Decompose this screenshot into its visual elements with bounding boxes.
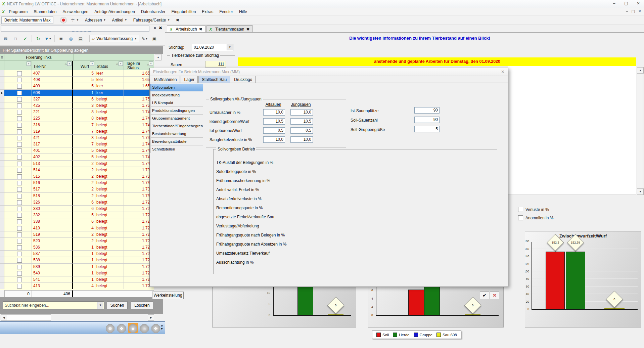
filter-icon[interactable]: ▼▼ — [44, 34, 52, 43]
cell-status[interactable]: belegt — [95, 270, 124, 276]
row-checkbox[interactable] — [17, 187, 22, 192]
cell-wurf[interactable]: 2 — [73, 231, 95, 238]
cell-wurf[interactable]: 2 — [73, 180, 95, 186]
cell-wurf[interactable]: 1 — [73, 251, 95, 257]
row-checkbox[interactable] — [17, 97, 22, 102]
cell-status[interactable]: belegt — [95, 109, 124, 115]
close-button[interactable]: ✕ — [635, 1, 642, 6]
cell-tier-nr[interactable]: 516 — [32, 180, 73, 186]
dialog-nav-item[interactable]: Gruppenmanagement — [150, 115, 203, 122]
refresh-icon[interactable]: ↻ — [34, 34, 43, 43]
pig-module-active[interactable]: ☻ — [128, 323, 138, 333]
mdi-restore-button[interactable]: ▢ — [631, 9, 635, 13]
table-row[interactable]: ▶ 514 2 belegt 1.735 — [0, 167, 154, 173]
cell-tier-nr[interactable]: 515 — [32, 173, 73, 180]
cell-tier-nr[interactable]: 225 — [32, 115, 73, 122]
cell-tier-nr[interactable]: 421 — [32, 135, 73, 141]
cell-wurf[interactable]: 2 — [73, 238, 95, 244]
cell-tier-nr[interactable]: 326 — [32, 199, 73, 206]
cell-tier-nr[interactable]: 513 — [32, 161, 73, 167]
scroll-right-icon[interactable]: ▶ — [148, 314, 154, 321]
dialog-nav-item[interactable]: Bestandsbewertung — [150, 130, 203, 138]
betrieb-selector[interactable]: Betrieb: Mustermann Max — [1, 16, 53, 24]
cell-status[interactable]: belegt — [95, 231, 124, 238]
altsauen-input[interactable]: 10,5 — [263, 118, 285, 125]
menu-item[interactable]: Eingabehilfen — [169, 9, 199, 15]
cell-status[interactable]: belegt — [95, 212, 124, 218]
table-row[interactable]: ▶ 332 5 belegt 1.728 — [0, 212, 154, 218]
cell-wurf[interactable]: 7 — [73, 122, 95, 128]
mdi-close-button[interactable]: ✕ — [638, 9, 641, 13]
cell-tier-nr[interactable]: 425 — [32, 102, 73, 109]
cell-status[interactable]: belegt — [95, 115, 124, 122]
table-row[interactable]: ▶ 410 4 belegt 1.728 — [0, 225, 154, 231]
dialog-nav-item[interactable]: Bewertungsattribute — [150, 138, 203, 145]
table-row[interactable]: ▶ 517 2 belegt 1.735 — [0, 186, 154, 192]
report-icon[interactable]: ▤ — [76, 34, 85, 43]
tier-nr-column-header[interactable]: Tier-Nr.△▼ — [32, 61, 73, 70]
dialog-nav-item[interactable]: Tierbestände//Eingabebegrenzungen — [150, 122, 203, 130]
row-checkbox[interactable] — [17, 84, 22, 89]
cell-tier-nr[interactable]: 401 — [32, 147, 73, 154]
row-checkbox[interactable] — [17, 123, 22, 128]
cell-tier-nr[interactable]: 536 — [32, 244, 73, 251]
row-checkbox[interactable] — [17, 200, 22, 205]
list-icon[interactable]: ≣ — [57, 34, 65, 43]
cell-status[interactable]: leer — [95, 77, 124, 83]
dialog-nav-item[interactable]: Sollvorgaben — [150, 84, 203, 91]
cell-status[interactable]: belegt — [95, 135, 124, 141]
field-module-icon[interactable]: ♒ — [140, 324, 149, 333]
row-checkbox[interactable] — [17, 129, 22, 134]
dialog-nav-item[interactable]: Schnittstellen — [150, 145, 203, 153]
verluste-checkbox[interactable] — [518, 207, 523, 212]
cell-status[interactable]: belegt — [95, 225, 124, 231]
scroll-down-icon[interactable]: ▼ — [637, 188, 644, 195]
table-row[interactable]: ▶ 330 6 belegt 1.728 — [0, 206, 154, 212]
table-row[interactable]: ▶ 326 6 belegt 1.728 — [0, 199, 154, 206]
overflow-chevron-icon[interactable]: » — [154, 26, 156, 30]
cell-status[interactable]: belegt — [95, 218, 124, 225]
cell-tier-nr[interactable]: 327 — [32, 96, 73, 102]
cell-status[interactable]: belegt — [95, 122, 124, 128]
dialog-tab[interactable]: Stallbuch Sau — [198, 76, 230, 83]
cell-tier-nr[interactable]: 608 — [32, 90, 73, 96]
table-row[interactable]: ▶ 421 3 belegt 1.747 — [0, 135, 154, 141]
table-row[interactable]: ▶ 402 5 belegt 1.742 — [0, 154, 154, 160]
cell-status[interactable]: belegt — [95, 141, 124, 147]
value-input[interactable]: 90 — [414, 107, 440, 114]
cell-status[interactable]: belegt — [95, 238, 124, 244]
cattle-module-icon[interactable]: ❖ — [117, 324, 126, 333]
altsauen-input[interactable]: 10,0 — [263, 109, 285, 116]
cell-wurf[interactable]: 6 — [73, 218, 95, 225]
cell-wurf[interactable]: 4 — [73, 225, 95, 231]
cell-tier-nr[interactable]: 537 — [32, 251, 73, 257]
cell-wurf[interactable]: 2 — [73, 173, 95, 180]
status-column-header[interactable]: Status△▼ — [95, 61, 124, 70]
row-checkbox[interactable] — [17, 239, 22, 244]
dialog-nav-item[interactable]: Produktionsbedingungen — [150, 107, 203, 115]
row-checkbox[interactable] — [17, 162, 22, 166]
close-grid-icon[interactable]: ⊠ — [1, 34, 10, 43]
row-checkbox[interactable] — [17, 219, 22, 224]
row-checkbox[interactable] — [17, 271, 22, 276]
chevron-down-icon[interactable]: ▼ — [97, 302, 103, 309]
cell-wurf[interactable]: 1 — [73, 90, 95, 96]
cell-wurf[interactable]: 1 — [73, 270, 95, 276]
cell-status[interactable]: belegt — [95, 276, 124, 283]
row-checkbox[interactable] — [17, 252, 22, 256]
value-input[interactable]: 90 — [414, 117, 440, 123]
cell-wurf[interactable]: 5 — [73, 83, 95, 89]
cell-tier-nr[interactable]: 409 — [32, 83, 73, 89]
cell-tier-nr[interactable]: 408 — [32, 77, 73, 83]
cell-tier-nr[interactable]: 541 — [32, 276, 73, 283]
cell-status[interactable]: belegt — [95, 257, 124, 263]
module-overflow-chevron[interactable]: »▾ — [161, 324, 163, 330]
cell-status[interactable]: belegt — [95, 244, 124, 251]
clear-button[interactable]: Löschen — [131, 301, 153, 309]
cancel-button[interactable]: ✖ — [490, 292, 499, 299]
cell-status[interactable]: belegt — [95, 180, 124, 186]
row-checkbox[interactable] — [17, 78, 22, 82]
cell-wurf[interactable]: 1 — [73, 276, 95, 283]
cell-status[interactable]: belegt — [95, 186, 124, 192]
table-row[interactable]: ▶ 319 7 belegt 1.749 — [0, 128, 154, 135]
